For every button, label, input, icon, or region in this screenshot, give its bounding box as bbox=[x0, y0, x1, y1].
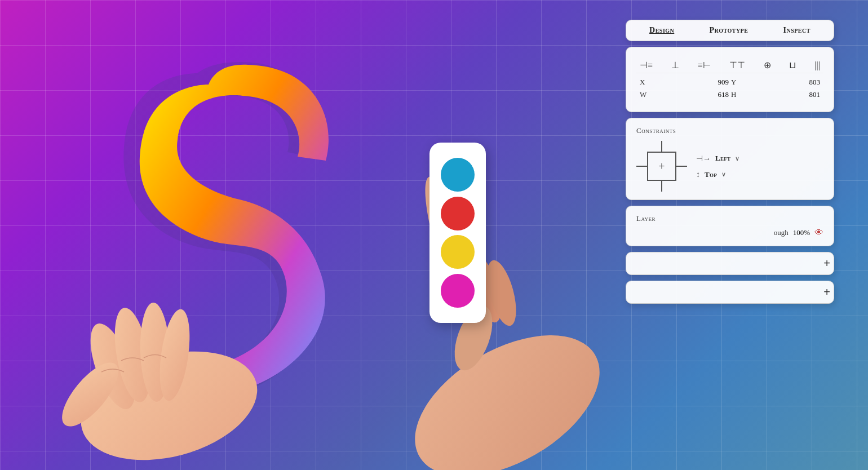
traffic-dot-yellow bbox=[441, 235, 475, 269]
align-top-icon[interactable]: ⊤⊤ bbox=[729, 60, 745, 70]
layer-opacity[interactable]: 100% bbox=[793, 228, 810, 237]
right-panel: Design Prototype Inspect ⊣≡ ⊥ ≡⊢ ⊤⊤ ⊕ ⊔ … bbox=[626, 20, 834, 304]
x-value[interactable]: 909 bbox=[685, 78, 729, 87]
constraint-line-right bbox=[676, 166, 687, 167]
tab-bar: Design Prototype Inspect bbox=[626, 20, 834, 41]
h-value[interactable]: 801 bbox=[777, 90, 820, 99]
layer-mode[interactable]: ough bbox=[774, 228, 789, 237]
tab-inspect[interactable]: Inspect bbox=[783, 26, 811, 35]
constraint-dropdowns: ⊣→ Left ∨ ↕ Top ∨ bbox=[696, 154, 739, 179]
constraint-line-left bbox=[636, 166, 647, 167]
constraint-v-arrow[interactable]: ∨ bbox=[721, 171, 726, 178]
align-center-h-icon[interactable]: ⊥ bbox=[671, 60, 679, 70]
constraint-box-inner: + bbox=[647, 152, 676, 181]
constraints-title: Constraints bbox=[636, 126, 823, 135]
y-value[interactable]: 803 bbox=[777, 78, 820, 87]
w-value[interactable]: 618 bbox=[685, 90, 729, 99]
constraints-body: + ⊣→ Left ∨ ↕ Top ∨ bbox=[636, 141, 823, 192]
y-label: Y bbox=[731, 78, 774, 87]
eye-icon[interactable]: 👁 bbox=[814, 228, 823, 238]
layer-card: Layer ough 100% 👁 bbox=[626, 206, 834, 246]
tab-prototype[interactable]: Prototype bbox=[709, 26, 748, 35]
traffic-dot-magenta bbox=[441, 274, 475, 308]
align-left-icon[interactable]: ⊣≡ bbox=[640, 60, 653, 70]
tab-design[interactable]: Design bbox=[649, 26, 674, 35]
constraint-h-arrow[interactable]: ∨ bbox=[735, 155, 739, 162]
constraint-v-row: ↕ Top ∨ bbox=[696, 170, 739, 179]
align-center-v-icon[interactable]: ⊕ bbox=[764, 60, 771, 70]
add-button-2[interactable]: + bbox=[823, 286, 830, 299]
constraint-h-row: ⊣→ Left ∨ bbox=[696, 154, 739, 163]
layer-body: ough 100% 👁 bbox=[636, 228, 823, 238]
add-row-1: + bbox=[626, 252, 834, 275]
align-bottom-icon[interactable]: ⊔ bbox=[789, 60, 796, 70]
constraint-diagram: + bbox=[636, 141, 687, 192]
traffic-dot-red bbox=[441, 197, 475, 230]
svg-point-6 bbox=[391, 306, 623, 470]
w-label: W bbox=[640, 90, 683, 99]
dimensions-card: ⊣≡ ⊥ ≡⊢ ⊤⊤ ⊕ ⊔ ||| X 909 Y 803 W 618 H 8… bbox=[626, 47, 834, 112]
constraint-line-top bbox=[661, 141, 662, 152]
traffic-dot-blue bbox=[441, 158, 475, 192]
x-label: X bbox=[640, 78, 683, 87]
constraint-plus: + bbox=[658, 161, 665, 172]
constraint-line-bottom bbox=[661, 181, 662, 192]
align-row: ⊣≡ ⊥ ≡⊢ ⊤⊤ ⊕ ⊔ ||| bbox=[636, 55, 823, 73]
constraint-v-icon: ↕ bbox=[696, 170, 700, 179]
add-button-1[interactable]: + bbox=[823, 257, 830, 270]
constraint-v-label[interactable]: Top bbox=[705, 170, 717, 179]
distribute-icon[interactable]: ||| bbox=[814, 60, 820, 70]
align-right-icon[interactable]: ≡⊢ bbox=[698, 60, 711, 70]
fields-grid: X 909 Y 803 W 618 H 801 bbox=[636, 73, 823, 104]
constraint-h-icon: ⊣→ bbox=[696, 154, 711, 163]
layer-title: Layer bbox=[636, 214, 823, 223]
constraints-card: Constraints + ⊣→ Left ∨ ↕ bbox=[626, 118, 834, 200]
add-row-2: + bbox=[626, 281, 834, 304]
constraint-h-label[interactable]: Left bbox=[715, 154, 730, 163]
h-label: H bbox=[731, 90, 774, 99]
traffic-light-card bbox=[429, 143, 486, 323]
